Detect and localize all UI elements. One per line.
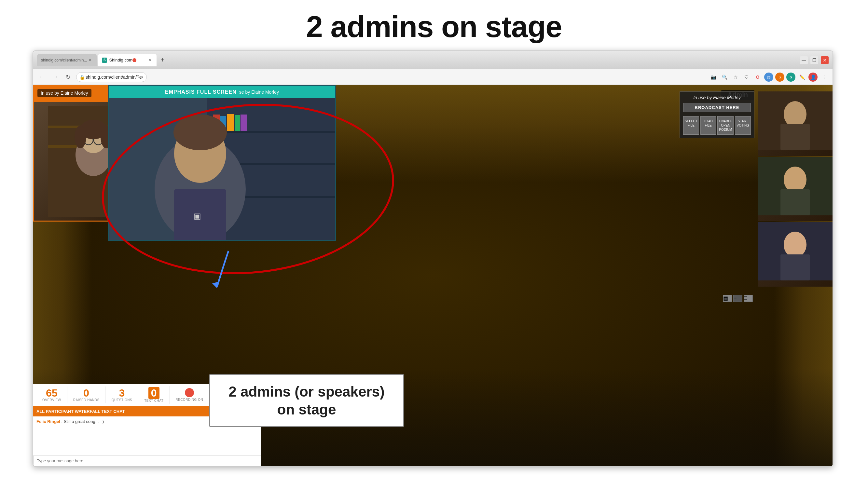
svg-rect-36: [780, 254, 810, 281]
tab-2-favicon: S: [102, 58, 107, 63]
recording-indicator: [132, 58, 136, 62]
svg-point-10: [74, 126, 86, 148]
svg-point-25: [174, 115, 227, 150]
svg-point-29: [784, 101, 806, 127]
svg-rect-21: [235, 115, 240, 131]
ext1-icon: @: [764, 72, 773, 82]
minimize-button[interactable]: —: [800, 56, 808, 64]
back-button[interactable]: ←: [37, 72, 47, 82]
overview-count: 65: [46, 388, 58, 398]
svg-rect-30: [780, 124, 810, 150]
browser-content: Admin: [33, 85, 833, 466]
close-window-button[interactable]: ✕: [821, 56, 829, 64]
shield-icon: 🛡: [742, 72, 751, 82]
side-video-1: [758, 91, 833, 156]
side-videos: [758, 91, 833, 287]
recording-dot-icon: [185, 388, 194, 397]
grid-view-button[interactable]: ▦: [723, 295, 732, 302]
profile-icon: 👤: [808, 72, 817, 82]
bookmark-icon: ☆: [731, 72, 740, 82]
chat-input[interactable]: [33, 455, 261, 466]
chat-header-label: ALL PARTICIPANT WATERFALL TEXT CHAT: [36, 409, 125, 414]
overview-label: OVERVIEW: [42, 398, 61, 402]
speaker-left-label: In use by Elaine Morley: [37, 89, 91, 97]
control-buttons-row: SELECTFILE LOADFILE ENABLEOPENPODIUM STA…: [683, 116, 751, 135]
emphasis-subtitle: se by Elaine Morley: [239, 90, 279, 95]
zoom-icon: 🔍: [720, 72, 729, 82]
ext3-icon: S: [786, 72, 796, 82]
stat-text-chat[interactable]: 0 TEXT CHAT: [138, 386, 169, 404]
tab-1-close[interactable]: ✕: [87, 57, 93, 63]
ext2-icon: S: [775, 72, 784, 82]
window-controls: — ❐ ✕: [800, 56, 829, 64]
stat-raised-hands[interactable]: 0 RAISED HANDS: [67, 387, 106, 403]
side-video-2-content: [758, 157, 833, 215]
browser-tab-1[interactable]: shindig.com/client/admin... ✕: [37, 54, 97, 66]
stat-recording[interactable]: RECORDING ON: [169, 387, 209, 403]
message-text-1: : Still a great song... =): [62, 419, 104, 424]
address-container: 🔒: [76, 72, 706, 82]
svg-point-32: [784, 167, 806, 193]
side-video-3-content: [758, 222, 833, 281]
tab-2-close[interactable]: ✕: [147, 57, 153, 63]
raised-hands-label: RAISED HANDS: [73, 398, 100, 402]
stat-overview[interactable]: 65 OVERVIEW: [36, 387, 67, 403]
svg-rect-22: [241, 115, 247, 131]
refresh-button[interactable]: ↻: [63, 72, 73, 82]
callout-text: 2 admins (or speakers)on stage: [220, 383, 394, 418]
enable-open-podium-button[interactable]: ENABLEOPENPODIUM: [717, 116, 734, 135]
broadcast-here-button[interactable]: BROADCAST HERE: [683, 103, 751, 112]
address-input[interactable]: [76, 72, 147, 82]
start-voting-button[interactable]: STARTVOTING: [735, 116, 751, 135]
tab-1-label: shindig.com/client/admin...: [41, 58, 87, 62]
select-file-button[interactable]: SELECTFILE: [683, 116, 699, 135]
side-video-2: [758, 157, 833, 222]
tab-bar: shindig.com/client/admin... ✕ S Shindig.…: [37, 51, 797, 69]
firefox-icon: O: [753, 72, 762, 82]
svg-rect-20: [227, 114, 234, 131]
recording-label: RECORDING ON: [176, 398, 203, 401]
address-bar-row: ← → ↻ 🔒 📷 🔍 ☆ 🛡 O @ S S ✏️ 👤 ⋮: [33, 69, 833, 85]
text-chat-label: TEXT CHAT: [144, 399, 163, 402]
browser-chrome: shindig.com/client/admin... ✕ S Shindig.…: [33, 51, 833, 69]
forward-button[interactable]: →: [50, 72, 60, 82]
questions-label: QUESTIONS: [112, 398, 132, 402]
svg-text:▣: ▣: [194, 212, 201, 220]
single-view-button[interactable]: □: [744, 295, 753, 302]
side-video-1-content: [758, 91, 833, 150]
svg-point-35: [784, 232, 806, 258]
side-video-3: [758, 222, 833, 287]
svg-rect-33: [780, 189, 810, 215]
speaker-right-video: ▣: [109, 98, 335, 240]
load-file-button[interactable]: LOADFILE: [701, 116, 716, 135]
speaker-panel-right: EMPHASIS FULL SCREEN se by Elaine Morley: [108, 85, 336, 241]
view-toggle: ▦ ≡ □: [723, 295, 753, 302]
browser-toolbar-icons: 📷 🔍 ☆ 🛡 O @ S S ✏️ 👤 ⋮: [709, 72, 829, 82]
browser-window: shindig.com/client/admin... ✕ S Shindig.…: [33, 51, 833, 467]
callout-box: 2 admins (or speakers)on stage: [209, 374, 404, 427]
page-title: 2 admins on stage: [0, 0, 868, 57]
emphasis-label: EMPHASIS FULL SCREEN: [165, 89, 237, 95]
questions-count: 3: [119, 388, 125, 398]
tab-2-label: Shindig.com: [109, 58, 132, 62]
add-tab-button[interactable]: +: [158, 56, 167, 65]
raised-hands-count: 0: [83, 388, 89, 398]
control-panel-in-use: In use by Elaine Morley: [683, 95, 751, 100]
emphasis-bar: EMPHASIS FULL SCREEN se by Elaine Morley: [109, 86, 335, 98]
message-author-1: Felix Ringel: [36, 419, 60, 424]
camera-icon: 📷: [709, 72, 718, 82]
pen-icon: ✏️: [797, 72, 806, 82]
stat-questions[interactable]: 3 QUESTIONS: [106, 387, 138, 403]
maximize-button[interactable]: ❐: [810, 56, 818, 64]
speaker-right-avatar: ▣: [109, 98, 336, 241]
menu-icon[interactable]: ⋮: [819, 72, 829, 82]
browser-tab-2[interactable]: S Shindig.com ✕: [98, 54, 157, 66]
list-view-button[interactable]: ≡: [733, 295, 742, 302]
right-control-panel: In use by Elaine Morley BROADCAST HERE S…: [680, 91, 754, 138]
text-chat-count: 0: [148, 387, 159, 399]
